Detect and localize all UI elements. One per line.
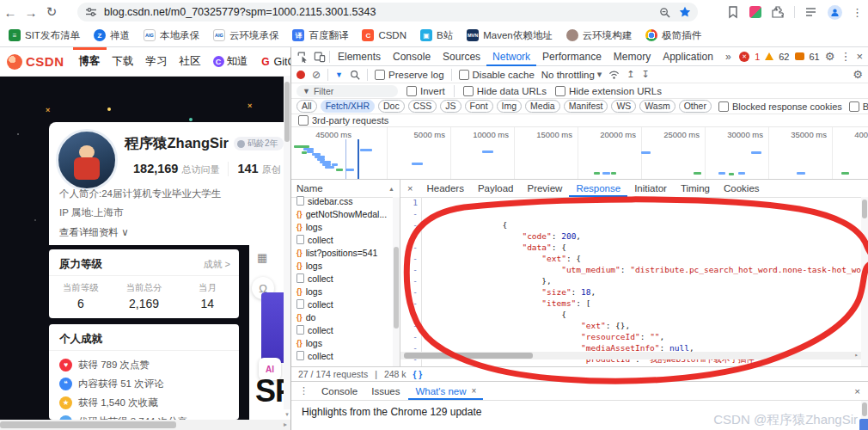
request-row[interactable]: collect [291,233,400,246]
url-text[interactable]: blog.csdn.net/m0_70325779?spm=1000.2115.… [104,6,659,18]
detail-tab[interactable]: Preview [520,180,569,197]
profile-more-link[interactable]: 查看详细资料 ∨ [59,226,129,239]
export-har-icon[interactable]: ↧ [642,69,650,80]
profile-avatar[interactable] [828,5,842,20]
request-row[interactable]: collect [291,349,400,362]
type-chip[interactable]: Other [679,100,712,113]
scroll-up-arrow[interactable]: ▲ [388,186,394,192]
devtools-tab[interactable]: Sources [437,47,486,66]
record-network-log-button[interactable] [296,71,305,79]
bookmark-item[interactable]: 云环境构建 [566,29,633,42]
warning-badge-icon[interactable] [765,52,773,60]
network-overview-timeline[interactable]: 5000 ms10000 ms15000 ms20000 ms25000 ms3… [291,127,868,180]
achievement-link[interactable]: 成就 > [204,258,230,271]
detail-tab[interactable]: Response [569,180,627,197]
inspect-element-icon[interactable] [295,50,310,64]
issues-count[interactable]: 61 [810,52,820,62]
detail-tab[interactable]: Initiator [627,180,674,197]
type-chip[interactable]: Manifest [564,100,608,113]
csdn-nav-item[interactable]: 社区 [174,47,207,76]
filter-input[interactable]: ▼ Filter [296,85,398,97]
warning-count[interactable]: 62 [779,52,789,62]
user-avatar[interactable] [56,129,118,191]
devtools-tab[interactable]: Elements [332,47,387,66]
pinned-extension-icon[interactable] [749,6,761,18]
close-whats-new-icon[interactable]: × [472,386,477,396]
reading-list-icon[interactable] [804,5,818,19]
user-name[interactable]: 程序猿ZhangSir [125,134,229,153]
search-network-icon[interactable] [350,70,360,80]
error-badge-icon[interactable]: ✕ [739,52,749,62]
request-row[interactable]: logs [291,259,400,272]
scroll-down-arrow[interactable]: ▾ [284,409,290,420]
address-bar[interactable]: blog.csdn.net/m0_70325779?spm=1000.2115.… [77,3,698,22]
type-chip[interactable]: Fetch/XHR [321,100,375,113]
devtools-tab[interactable]: Console [387,47,437,66]
devtools-close-icon[interactable]: × [856,50,863,63]
request-row[interactable]: collect [291,298,400,310]
type-chip[interactable]: Font [465,100,493,113]
request-row[interactable]: sidebar.css [291,194,400,207]
response-viewer[interactable]: 1 { - "code": 200, - [400,197,868,366]
request-row[interactable]: collect [291,323,400,336]
type-chip[interactable]: All [296,100,317,113]
bookmark-star-icon[interactable] [679,6,691,18]
request-row[interactable]: list?positions=541 [291,246,400,259]
devtools-tab[interactable]: Application [657,47,719,66]
type-chip[interactable]: Doc [378,100,405,113]
qr-code-icon[interactable]: ▦ [257,251,267,264]
format-response-icon[interactable]: { } [413,370,423,379]
bookmark-item[interactable]: AIG 本地承保 [144,29,199,42]
bookmark-item[interactable]: 译 百度翻译 [292,29,348,42]
drawer-scrollbar-thumb[interactable] [862,402,867,416]
device-toolbar-icon[interactable] [312,50,327,64]
bookmark-item[interactable]: 极简插件 [645,29,701,42]
request-row[interactable]: do [291,310,400,323]
third-party-checkbox[interactable]: 3rd-party requests [298,115,388,126]
error-count[interactable]: 1 [755,52,760,62]
devtools-settings-icon[interactable]: ⚙ [825,50,835,63]
hide-extension-urls-checkbox[interactable]: Hide extension URLs [555,86,662,96]
disable-cache-checkbox[interactable]: Disable cache [459,70,535,80]
page-horizontal-scrollbar-thumb[interactable] [0,421,176,428]
devtools-tab[interactable]: Network [486,47,536,66]
response-vertical-scrollbar[interactable] [861,197,868,366]
response-scroll-right-arrow[interactable]: ▸ [853,352,860,359]
csdn-nav-item[interactable]: 学习 [140,47,174,76]
csdn-nav-item[interactable]: 博客 [73,47,107,76]
detail-tab[interactable]: Cookies [717,180,767,197]
type-chip[interactable]: Img [497,100,523,113]
detail-tab[interactable]: Headers [419,180,470,197]
import-har-icon[interactable]: ↥ [627,69,634,80]
csdn-logo-text[interactable]: CSDN [26,54,64,69]
more-tabs-icon[interactable]: » [721,51,736,63]
bookmark-item[interactable]: Z 禅道 [94,29,130,42]
bookmark-item[interactable]: MVN Maven依赖地址 [467,29,553,42]
bookmark-item[interactable]: C CSDN [362,29,406,41]
issues-badge-icon[interactable] [795,52,804,60]
type-chip[interactable]: WS [611,100,636,113]
detail-tab[interactable]: Timing [674,180,717,197]
request-list-scrollbar-thumb[interactable] [394,247,399,329]
back-button[interactable]: ← [0,5,21,20]
response-vertical-scrollbar-thumb[interactable] [862,200,867,218]
csdn-nav-item[interactable]: C 知道 [207,47,254,76]
drawer-menu-icon[interactable]: ⋮ [295,385,313,396]
close-detail-icon[interactable]: × [400,183,419,194]
throttling-dropdown[interactable]: No throttling▾ [541,69,602,80]
drawer-tab[interactable]: Console [315,382,364,400]
blocked-cookies-checkbox[interactable]: Blocked response cookies [718,101,842,112]
page-vertical-scrollbar-thumb[interactable] [284,82,290,142]
type-chip[interactable]: Wasm [639,100,675,113]
request-row[interactable]: logs [291,336,400,349]
invert-checkbox[interactable]: Invert [406,86,445,96]
devtools-tab[interactable]: Memory [608,47,657,66]
request-row[interactable]: logs [291,285,400,298]
browser-menu-icon[interactable]: ⋮ [852,6,863,19]
csdn-nav-item[interactable]: 下载 [107,47,140,76]
network-settings-icon[interactable]: ⚙ [853,68,863,81]
zoom-icon[interactable] [659,7,670,18]
bookmark-item[interactable]: ▣ B站 [420,29,453,42]
drawer-tab[interactable]: Issues [364,382,406,400]
extensions-puzzle-icon[interactable] [771,5,785,19]
